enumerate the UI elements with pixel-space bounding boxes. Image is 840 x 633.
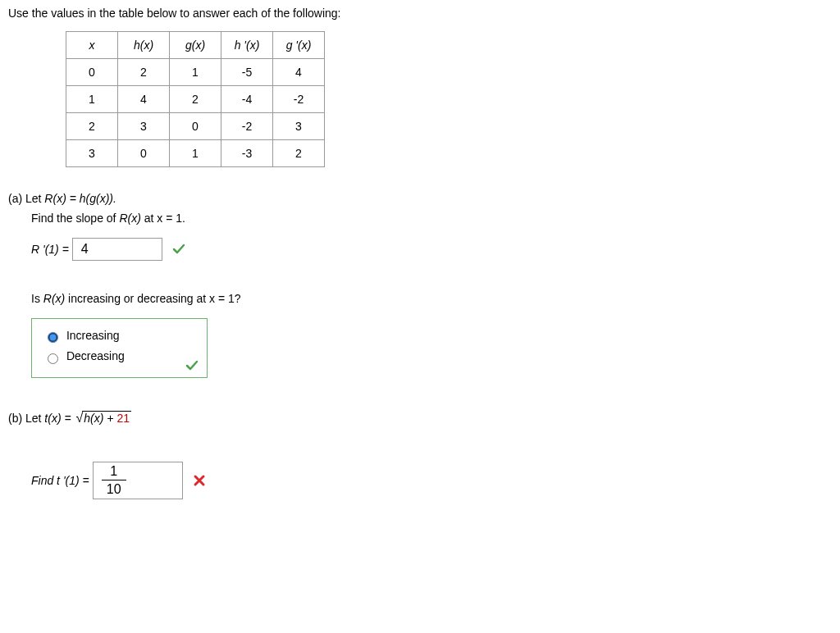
- q2-pre: Is: [31, 292, 43, 305]
- radio-group: Increasing Decreasing: [31, 318, 208, 378]
- cell: 3: [273, 113, 325, 140]
- radio-decreasing-input[interactable]: [48, 353, 58, 364]
- t-lhs: t(x) =: [44, 412, 74, 425]
- function-table: x h(x) g(x) h '(x) g '(x) 0 2 1 -5 4 1 4…: [66, 31, 325, 167]
- sqrt-expr: h(x) + 21: [75, 411, 131, 426]
- col-h-hx: h(x): [118, 32, 170, 59]
- cell: 4: [273, 59, 325, 86]
- radio-increasing-input[interactable]: [48, 332, 58, 343]
- cell: 1: [170, 59, 221, 86]
- col-h-hpx: h '(x): [221, 32, 273, 59]
- tprime-numer: 1: [102, 464, 126, 481]
- tprime-label: Find t '(1) =: [31, 474, 89, 487]
- cell: 0: [170, 113, 221, 140]
- cell: -2: [221, 113, 273, 140]
- part-a: (a) Let R(x) = h(g(x)). Find the slope o…: [8, 192, 832, 378]
- table-row: 0 2 1 -5 4: [66, 59, 325, 86]
- cell: 2: [170, 86, 221, 113]
- q1-post: at x = 1.: [141, 212, 185, 225]
- radicand: h(x) +: [84, 412, 116, 425]
- part-a-q2: Is R(x) increasing or decreasing at x = …: [31, 292, 832, 305]
- cell: 0: [66, 59, 118, 86]
- table-row: 1 4 2 -4 -2: [66, 86, 325, 113]
- rprime-label: R '(1) =: [31, 243, 69, 256]
- cell: 1: [66, 86, 118, 113]
- part-b-definition: (b) Let t(x) = h(x) + 21: [8, 411, 832, 426]
- cell: 0: [118, 140, 170, 167]
- radicand-const: 21: [116, 412, 130, 425]
- part-b-answer-row: Find t '(1) = 1 10: [31, 462, 206, 499]
- r-func-sym: R: [44, 192, 52, 205]
- r-func-expr: (x) = h(g(x)).: [52, 192, 116, 205]
- table-row: 2 3 0 -2 3: [66, 113, 325, 140]
- cell: -5: [221, 59, 273, 86]
- cell: 4: [118, 86, 170, 113]
- radio-increasing[interactable]: Increasing: [43, 329, 197, 343]
- part-a-answer-row: R '(1) = 4: [31, 238, 185, 261]
- tprime-fraction: 1 10: [102, 464, 126, 497]
- q2-func: R(x): [43, 292, 65, 305]
- cell: 2: [273, 140, 325, 167]
- table-header-row: x h(x) g(x) h '(x) g '(x): [66, 32, 325, 59]
- cell: 2: [118, 59, 170, 86]
- cell: 2: [66, 113, 118, 140]
- table-row: 3 0 1 -3 2: [66, 140, 325, 167]
- tprime-denom: 10: [102, 480, 126, 497]
- radio-increasing-label: Increasing: [66, 329, 120, 342]
- checkmark-icon: [172, 243, 185, 256]
- part-a-label: (a) Let: [8, 192, 44, 205]
- cell: 3: [118, 113, 170, 140]
- q1-pre: Find the slope of: [31, 212, 119, 225]
- q1-func: R(x): [119, 212, 140, 225]
- cell: 3: [66, 140, 118, 167]
- cell: -3: [221, 140, 273, 167]
- cell: 1: [170, 140, 221, 167]
- col-h-x: x: [66, 32, 118, 59]
- part-b: (b) Let t(x) = h(x) + 21 Find t '(1) = 1…: [8, 411, 832, 506]
- part-a-q1: Find the slope of R(x) at x = 1.: [31, 212, 832, 225]
- x-icon: [193, 474, 206, 487]
- part-b-label: (b) Let: [8, 412, 44, 425]
- col-h-gx: g(x): [170, 32, 221, 59]
- checkmark-icon: [185, 359, 199, 372]
- q2-post: increasing or decreasing at x = 1?: [65, 292, 240, 305]
- prompt-text: Use the values in the table below to ans…: [8, 7, 832, 20]
- part-a-definition: (a) Let R(x) = h(g(x)).: [8, 192, 832, 205]
- col-h-gpx: g '(x): [273, 32, 325, 59]
- cell: -4: [221, 86, 273, 113]
- cell: -2: [273, 86, 325, 113]
- tprime-input[interactable]: 1 10: [93, 462, 183, 499]
- radio-decreasing-label: Decreasing: [66, 349, 125, 362]
- rprime-input[interactable]: 4: [72, 238, 162, 261]
- radio-decreasing[interactable]: Decreasing: [43, 349, 197, 363]
